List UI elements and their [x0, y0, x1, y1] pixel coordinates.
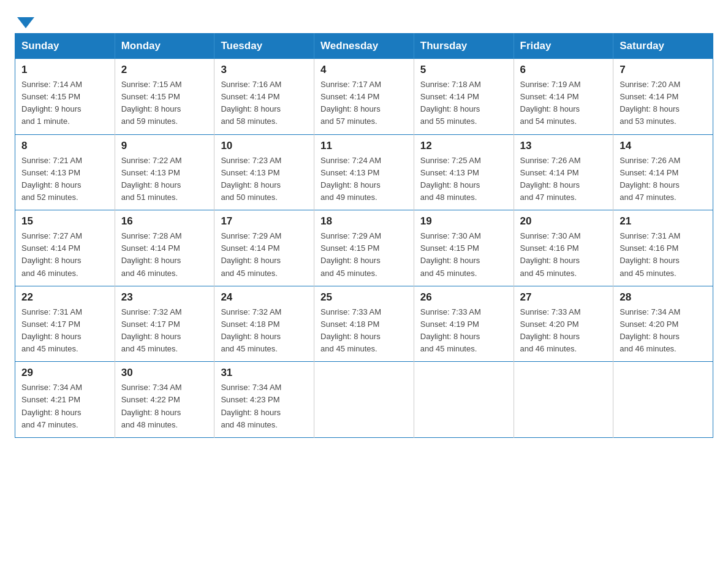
- calendar-cell: 20Sunrise: 7:30 AMSunset: 4:16 PMDayligh…: [514, 210, 613, 286]
- day-info: Sunrise: 7:31 AMSunset: 4:16 PMDaylight:…: [620, 230, 707, 280]
- day-number: 26: [420, 291, 507, 304]
- calendar-table: SundayMondayTuesdayWednesdayThursdayFrid…: [15, 33, 713, 438]
- calendar-cell: 29Sunrise: 7:34 AMSunset: 4:21 PMDayligh…: [15, 362, 115, 438]
- logo-general-text: [15, 15, 34, 26]
- day-number: 14: [620, 140, 707, 152]
- day-number: 3: [221, 64, 308, 76]
- day-number: 7: [620, 64, 707, 76]
- calendar-cell: 22Sunrise: 7:31 AMSunset: 4:17 PMDayligh…: [15, 286, 115, 362]
- weekday-header-tuesday: Tuesday: [214, 34, 314, 59]
- day-number: 2: [121, 64, 208, 76]
- day-info: Sunrise: 7:33 AMSunset: 4:20 PMDaylight:…: [520, 306, 607, 356]
- calendar-cell: 9Sunrise: 7:22 AMSunset: 4:13 PMDaylight…: [115, 134, 214, 210]
- calendar-cell: 21Sunrise: 7:31 AMSunset: 4:16 PMDayligh…: [613, 210, 713, 286]
- day-info: Sunrise: 7:26 AMSunset: 4:14 PMDaylight:…: [620, 155, 707, 204]
- day-number: 24: [221, 291, 308, 304]
- calendar-cell: [314, 362, 414, 438]
- calendar-week-row: 8Sunrise: 7:21 AMSunset: 4:13 PMDaylight…: [15, 134, 713, 210]
- day-number: 29: [21, 367, 108, 379]
- calendar-cell: 2Sunrise: 7:15 AMSunset: 4:15 PMDaylight…: [115, 59, 214, 135]
- calendar-cell: 7Sunrise: 7:20 AMSunset: 4:14 PMDaylight…: [613, 59, 713, 135]
- calendar-cell: 19Sunrise: 7:30 AMSunset: 4:15 PMDayligh…: [414, 210, 514, 286]
- day-info: Sunrise: 7:32 AMSunset: 4:18 PMDaylight:…: [221, 306, 308, 356]
- day-info: Sunrise: 7:15 AMSunset: 4:15 PMDaylight:…: [121, 79, 208, 128]
- day-number: 17: [221, 215, 308, 228]
- logo-arrow-icon: [17, 17, 34, 28]
- weekday-header-sunday: Sunday: [15, 34, 115, 59]
- day-info: Sunrise: 7:19 AMSunset: 4:14 PMDaylight:…: [520, 79, 607, 128]
- calendar-week-row: 22Sunrise: 7:31 AMSunset: 4:17 PMDayligh…: [15, 286, 713, 362]
- day-info: Sunrise: 7:30 AMSunset: 4:16 PMDaylight:…: [520, 230, 607, 280]
- calendar-cell: 13Sunrise: 7:26 AMSunset: 4:14 PMDayligh…: [514, 134, 613, 210]
- calendar-cell: 30Sunrise: 7:34 AMSunset: 4:22 PMDayligh…: [115, 362, 214, 438]
- calendar-cell: 4Sunrise: 7:17 AMSunset: 4:14 PMDaylight…: [314, 59, 414, 135]
- day-number: 1: [21, 64, 108, 76]
- calendar-week-row: 15Sunrise: 7:27 AMSunset: 4:14 PMDayligh…: [15, 210, 713, 286]
- calendar-cell: 24Sunrise: 7:32 AMSunset: 4:18 PMDayligh…: [214, 286, 314, 362]
- page-header: [15, 15, 713, 23]
- calendar-cell: 3Sunrise: 7:16 AMSunset: 4:14 PMDaylight…: [214, 59, 314, 135]
- day-number: 13: [520, 140, 607, 152]
- calendar-cell: 6Sunrise: 7:19 AMSunset: 4:14 PMDaylight…: [514, 59, 613, 135]
- day-info: Sunrise: 7:27 AMSunset: 4:14 PMDaylight:…: [21, 230, 108, 280]
- calendar-cell: 17Sunrise: 7:29 AMSunset: 4:14 PMDayligh…: [214, 210, 314, 286]
- calendar-week-row: 1Sunrise: 7:14 AMSunset: 4:15 PMDaylight…: [15, 59, 713, 135]
- day-info: Sunrise: 7:23 AMSunset: 4:13 PMDaylight:…: [221, 155, 308, 204]
- day-number: 27: [520, 291, 607, 304]
- calendar-cell: 5Sunrise: 7:18 AMSunset: 4:14 PMDaylight…: [414, 59, 514, 135]
- day-info: Sunrise: 7:29 AMSunset: 4:15 PMDaylight:…: [320, 230, 408, 280]
- day-number: 16: [121, 215, 208, 228]
- day-info: Sunrise: 7:26 AMSunset: 4:14 PMDaylight:…: [520, 155, 607, 204]
- calendar-cell: [414, 362, 514, 438]
- day-info: Sunrise: 7:31 AMSunset: 4:17 PMDaylight:…: [21, 306, 108, 356]
- day-info: Sunrise: 7:33 AMSunset: 4:18 PMDaylight:…: [320, 306, 408, 356]
- day-number: 18: [320, 215, 408, 228]
- day-info: Sunrise: 7:33 AMSunset: 4:19 PMDaylight:…: [420, 306, 507, 356]
- day-info: Sunrise: 7:14 AMSunset: 4:15 PMDaylight:…: [21, 79, 108, 128]
- day-number: 30: [121, 367, 208, 379]
- day-number: 19: [420, 215, 507, 228]
- weekday-header-thursday: Thursday: [414, 34, 514, 59]
- calendar-cell: 12Sunrise: 7:25 AMSunset: 4:13 PMDayligh…: [414, 134, 514, 210]
- calendar-cell: 25Sunrise: 7:33 AMSunset: 4:18 PMDayligh…: [314, 286, 414, 362]
- calendar-cell: 26Sunrise: 7:33 AMSunset: 4:19 PMDayligh…: [414, 286, 514, 362]
- calendar-week-row: 29Sunrise: 7:34 AMSunset: 4:21 PMDayligh…: [15, 362, 713, 438]
- calendar-cell: 15Sunrise: 7:27 AMSunset: 4:14 PMDayligh…: [15, 210, 115, 286]
- day-number: 10: [221, 140, 308, 152]
- day-info: Sunrise: 7:32 AMSunset: 4:17 PMDaylight:…: [121, 306, 208, 356]
- calendar-cell: 31Sunrise: 7:34 AMSunset: 4:23 PMDayligh…: [214, 362, 314, 438]
- calendar-header-row: SundayMondayTuesdayWednesdayThursdayFrid…: [15, 34, 713, 59]
- day-info: Sunrise: 7:21 AMSunset: 4:13 PMDaylight:…: [21, 155, 108, 204]
- day-number: 28: [620, 291, 707, 304]
- day-number: 6: [520, 64, 607, 76]
- day-number: 25: [320, 291, 408, 304]
- day-info: Sunrise: 7:25 AMSunset: 4:13 PMDaylight:…: [420, 155, 507, 204]
- weekday-header-saturday: Saturday: [613, 34, 713, 59]
- day-number: 12: [420, 140, 507, 152]
- day-number: 15: [21, 215, 108, 228]
- logo: [15, 15, 34, 23]
- calendar-cell: 23Sunrise: 7:32 AMSunset: 4:17 PMDayligh…: [115, 286, 214, 362]
- day-info: Sunrise: 7:22 AMSunset: 4:13 PMDaylight:…: [121, 155, 208, 204]
- day-info: Sunrise: 7:20 AMSunset: 4:14 PMDaylight:…: [620, 79, 707, 128]
- day-info: Sunrise: 7:29 AMSunset: 4:14 PMDaylight:…: [221, 230, 308, 280]
- calendar-cell: 8Sunrise: 7:21 AMSunset: 4:13 PMDaylight…: [15, 134, 115, 210]
- day-number: 23: [121, 291, 208, 304]
- day-info: Sunrise: 7:17 AMSunset: 4:14 PMDaylight:…: [320, 79, 408, 128]
- day-info: Sunrise: 7:28 AMSunset: 4:14 PMDaylight:…: [121, 230, 208, 280]
- day-info: Sunrise: 7:34 AMSunset: 4:21 PMDaylight:…: [21, 381, 108, 431]
- day-info: Sunrise: 7:34 AMSunset: 4:22 PMDaylight:…: [121, 381, 208, 431]
- calendar-cell: [514, 362, 613, 438]
- weekday-header-monday: Monday: [115, 34, 214, 59]
- day-info: Sunrise: 7:24 AMSunset: 4:13 PMDaylight:…: [320, 155, 408, 204]
- day-number: 22: [21, 291, 108, 304]
- calendar-cell: 28Sunrise: 7:34 AMSunset: 4:20 PMDayligh…: [613, 286, 713, 362]
- day-number: 21: [620, 215, 707, 228]
- calendar-cell: 11Sunrise: 7:24 AMSunset: 4:13 PMDayligh…: [314, 134, 414, 210]
- day-info: Sunrise: 7:16 AMSunset: 4:14 PMDaylight:…: [221, 79, 308, 128]
- day-number: 20: [520, 215, 607, 228]
- calendar-cell: 27Sunrise: 7:33 AMSunset: 4:20 PMDayligh…: [514, 286, 613, 362]
- calendar-cell: 16Sunrise: 7:28 AMSunset: 4:14 PMDayligh…: [115, 210, 214, 286]
- day-number: 31: [221, 367, 308, 379]
- day-info: Sunrise: 7:34 AMSunset: 4:20 PMDaylight:…: [620, 306, 707, 356]
